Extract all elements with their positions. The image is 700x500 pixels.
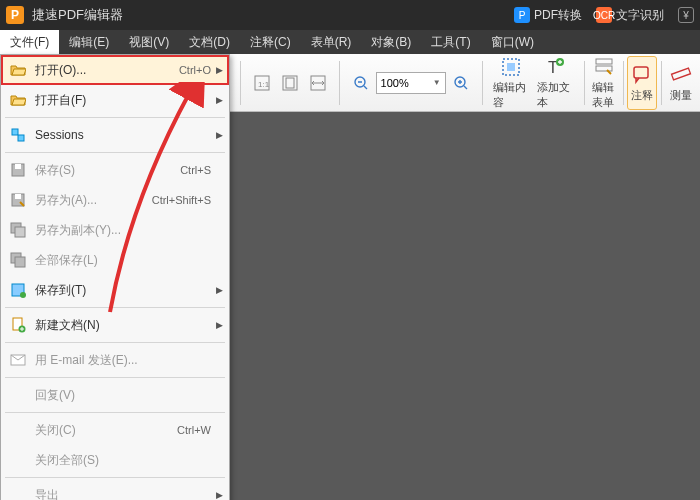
svg-text:1:1: 1:1 xyxy=(258,80,270,89)
svg-rect-16 xyxy=(672,68,691,80)
measure-icon xyxy=(669,62,693,86)
submenu-arrow-icon: ▶ xyxy=(216,285,223,295)
edit-form-label: 编辑表单 xyxy=(592,80,616,110)
menu-shortcut: Ctrl+O xyxy=(179,64,211,76)
blank-icon xyxy=(9,486,27,500)
svg-rect-22 xyxy=(15,194,21,199)
menu-file[interactable]: 文件(F) xyxy=(0,30,59,54)
menu-view[interactable]: 视图(V) xyxy=(119,30,179,54)
menu-item-label: 保存(S) xyxy=(35,162,172,179)
add-text-icon: T xyxy=(543,56,567,78)
svg-rect-15 xyxy=(634,67,648,78)
pdf-icon: P xyxy=(514,7,530,23)
svg-point-28 xyxy=(20,292,26,298)
svg-rect-13 xyxy=(596,59,612,64)
menu-item-1[interactable]: 打开自(F)▶ xyxy=(1,85,229,115)
submenu-arrow-icon: ▶ xyxy=(216,490,223,500)
submenu-arrow-icon: ▶ xyxy=(216,65,223,75)
purchase-link[interactable]: ¥ xyxy=(678,7,694,23)
folder-open-icon xyxy=(9,91,27,109)
ocr-icon: OCR xyxy=(596,7,612,23)
menu-item-8: 全部保存(L) xyxy=(1,245,229,275)
menu-separator xyxy=(5,377,225,378)
submenu-arrow-icon: ▶ xyxy=(216,95,223,105)
svg-rect-26 xyxy=(15,257,25,267)
menu-object[interactable]: 对象(B) xyxy=(361,30,421,54)
menu-item-9[interactable]: 保存到(T)▶ xyxy=(1,275,229,305)
svg-rect-18 xyxy=(18,135,24,141)
menu-item-11[interactable]: 新建文档(N)▶ xyxy=(1,310,229,340)
fit-page[interactable] xyxy=(277,70,303,96)
zoom-value: 100% xyxy=(381,77,409,89)
measure-button[interactable]: 测量 xyxy=(666,56,696,110)
edit-content-label: 编辑内容 xyxy=(493,80,529,110)
titlebar: P 捷速PDF编辑器 P PDF转换 OCR 文字识别 ¥ xyxy=(0,0,700,30)
fit-width[interactable] xyxy=(305,70,331,96)
menu-item-5: 保存(S)Ctrl+S xyxy=(1,155,229,185)
annotate-icon xyxy=(630,62,654,86)
save-as-icon xyxy=(9,191,27,209)
svg-rect-17 xyxy=(12,129,18,135)
menu-item-label: 打开(O)... xyxy=(35,62,171,79)
menu-item-3[interactable]: Sessions▶ xyxy=(1,120,229,150)
menu-item-label: 另存为(A)... xyxy=(35,192,144,209)
pdf-convert-link[interactable]: P PDF转换 xyxy=(514,7,582,24)
menu-shortcut: Ctrl+S xyxy=(180,164,211,176)
actual-size[interactable]: 1:1 xyxy=(249,70,275,96)
menu-separator xyxy=(5,477,225,478)
email-icon xyxy=(9,351,27,369)
menu-separator xyxy=(5,342,225,343)
edit-content-icon xyxy=(499,56,523,78)
menu-edit[interactable]: 编辑(E) xyxy=(59,30,119,54)
menu-item-17: 关闭(C)Ctrl+W xyxy=(1,415,229,445)
menu-item-label: 全部保存(L) xyxy=(35,252,221,269)
svg-rect-24 xyxy=(15,227,25,237)
menu-item-20: 导出▶ xyxy=(1,480,229,500)
add-text-label: 添加文本 xyxy=(537,80,573,110)
edit-content-button[interactable]: 编辑内容 xyxy=(490,56,532,110)
zoom-in[interactable] xyxy=(448,70,474,96)
ocr-label: 文字识别 xyxy=(616,7,664,24)
svg-rect-14 xyxy=(596,66,612,71)
menu-item-label: 关闭(C) xyxy=(35,422,169,439)
ocr-link[interactable]: OCR 文字识别 xyxy=(596,7,664,24)
blank-icon xyxy=(9,451,27,469)
menu-form[interactable]: 表单(R) xyxy=(301,30,362,54)
edit-form-button[interactable]: 编辑表单 xyxy=(589,56,619,110)
menu-item-label: 关闭全部(S) xyxy=(35,452,221,469)
menu-item-0[interactable]: 打开(O)...Ctrl+O▶ xyxy=(1,55,229,85)
sessions-icon xyxy=(9,126,27,144)
save-to-icon xyxy=(9,281,27,299)
edit-form-icon xyxy=(592,56,616,78)
svg-rect-20 xyxy=(15,164,21,169)
menu-document[interactable]: 文档(D) xyxy=(179,30,240,54)
menu-item-15: 回复(V) xyxy=(1,380,229,410)
zoom-out[interactable] xyxy=(348,70,374,96)
svg-rect-10 xyxy=(507,63,515,71)
measure-label: 测量 xyxy=(670,88,692,103)
blank-icon xyxy=(9,421,27,439)
menu-item-6: 另存为(A)...Ctrl+Shift+S xyxy=(1,185,229,215)
add-text-button[interactable]: T 添加文本 xyxy=(534,56,576,110)
save-icon xyxy=(9,161,27,179)
menu-separator xyxy=(5,307,225,308)
menu-tools[interactable]: 工具(T) xyxy=(421,30,480,54)
menu-item-label: 导出 xyxy=(35,487,221,501)
menu-shortcut: Ctrl+Shift+S xyxy=(152,194,211,206)
file-menu-dropdown: 打开(O)...Ctrl+O▶打开自(F)▶Sessions▶保存(S)Ctrl… xyxy=(0,54,230,500)
menu-item-label: 保存到(T) xyxy=(35,282,221,299)
blank-icon xyxy=(9,386,27,404)
menu-item-label: 另存为副本(Y)... xyxy=(35,222,221,239)
menu-item-7: 另存为副本(Y)... xyxy=(1,215,229,245)
menu-separator xyxy=(5,412,225,413)
menu-item-label: 用 E-mail 发送(E)... xyxy=(35,352,221,369)
zoom-input[interactable]: 100%▼ xyxy=(376,72,446,94)
menu-comment[interactable]: 注释(C) xyxy=(240,30,301,54)
annotate-button[interactable]: 注释 xyxy=(627,56,657,110)
menu-window[interactable]: 窗口(W) xyxy=(481,30,544,54)
pdf-convert-label: PDF转换 xyxy=(534,7,582,24)
annotate-label: 注释 xyxy=(631,88,653,103)
svg-rect-5 xyxy=(286,78,294,88)
save-all-icon xyxy=(9,251,27,269)
app-logo: P xyxy=(6,6,24,24)
